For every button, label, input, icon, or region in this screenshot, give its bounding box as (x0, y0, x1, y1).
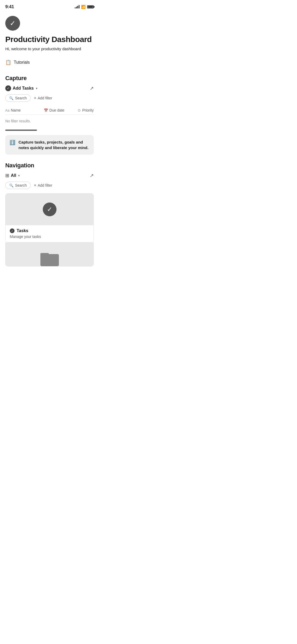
navigation-search-bar: 🔍 Search + Add filter (5, 182, 94, 189)
wifi-icon: 📶 (81, 5, 86, 9)
navigation-add-filter-plus-icon: + (34, 183, 36, 188)
navigation-expand-icon[interactable]: ↗ (90, 173, 94, 178)
grid-icon: ⊞ (5, 173, 9, 178)
tasks-card-image: ✓ (6, 194, 93, 225)
navigation-section: Navigation ⊞ All ▾ ↗ 🔍 Search + Add filt… (5, 162, 94, 266)
all-dropdown-button[interactable]: ⊞ All ▾ (5, 173, 20, 178)
tasks-card-body: ✓ Tasks Manage your tasks (6, 225, 93, 242)
tasks-card-title-icon: ✓ (10, 228, 15, 233)
welcome-text: Hi, welcome to your productivity dashboa… (5, 47, 94, 51)
tutorials-label: Tutorials (14, 60, 30, 65)
navigation-section-title: Navigation (5, 162, 94, 169)
col-priority: ⊙ Priority (70, 108, 94, 112)
page-title: Productivity Dashboard (5, 35, 94, 44)
no-filter-results: No filter results. (5, 117, 94, 127)
navigation-add-filter-label: Add filter (38, 183, 52, 187)
tutorials-row[interactable]: 📋 Tutorials (5, 58, 94, 66)
battery-icon (87, 5, 94, 8)
navigation-add-filter-button[interactable]: + Add filter (34, 183, 52, 188)
signal-icon (75, 5, 79, 8)
capture-search-pill[interactable]: 🔍 Search (5, 94, 31, 102)
status-time: 9:41 (5, 4, 14, 10)
col-priority-icon: ⊙ (78, 108, 81, 112)
folder-shape (40, 250, 59, 266)
capture-expand-icon[interactable]: ↗ (90, 85, 94, 91)
app-logo: ✓ (5, 16, 20, 31)
capture-section-title: Capture (5, 75, 94, 82)
capture-info-text: Capture tasks, projects, goals and notes… (18, 139, 89, 150)
navigation-search-pill[interactable]: 🔍 Search (5, 182, 31, 189)
capture-add-filter-label: Add filter (38, 96, 52, 100)
col-name-text: Name (11, 108, 21, 112)
all-chevron-icon: ▾ (18, 174, 20, 177)
col-name-icon: Aa (5, 108, 10, 112)
capture-search-icon: 🔍 (9, 96, 13, 100)
capture-section: Capture ✓ Add Tasks ▾ ↗ 🔍 Search + Add f… (5, 75, 94, 155)
tasks-card-title-row: ✓ Tasks (10, 228, 89, 233)
tasks-card-title: Tasks (17, 228, 28, 233)
tasks-card-subtitle: Manage your tasks (10, 234, 41, 239)
folder-tab (40, 253, 49, 257)
col-due-date-icon: 📅 (44, 108, 48, 112)
capture-info-banner: ℹ️ Capture tasks, projects, goals and no… (5, 135, 94, 155)
capture-table-header: Aa Name 📅 Due date ⊙ Priority (5, 106, 94, 115)
navigation-search-icon: 🔍 (9, 183, 13, 187)
checkmark-logo-icon: ✓ (10, 20, 16, 27)
tutorials-icon: 📋 (5, 59, 11, 65)
folder-icon-container (6, 242, 93, 266)
navigation-search-label: Search (15, 183, 27, 187)
col-priority-text: Priority (82, 108, 94, 112)
info-icon: ℹ️ (10, 140, 15, 145)
capture-add-filter-button[interactable]: + Add filter (34, 96, 52, 100)
tasks-card-check-icon: ✓ (43, 203, 56, 216)
status-icons: 📶 (75, 5, 94, 9)
scroll-indicator (5, 130, 37, 131)
status-bar: 9:41 📶 (0, 0, 99, 12)
col-name: Aa Name (5, 108, 38, 112)
projects-nav-card[interactable] (5, 242, 94, 266)
navigation-header-row: ⊞ All ▾ ↗ (5, 173, 94, 178)
add-tasks-label: Add Tasks (13, 86, 34, 91)
capture-search-label: Search (15, 96, 27, 100)
col-due-date: 📅 Due date (38, 108, 70, 112)
projects-card-image (6, 242, 93, 266)
add-tasks-chevron-icon: ▾ (36, 87, 37, 90)
col-due-date-text: Due date (49, 108, 64, 112)
capture-header-row: ✓ Add Tasks ▾ ↗ (5, 85, 94, 91)
all-label: All (11, 173, 16, 178)
add-tasks-check-icon: ✓ (5, 85, 11, 91)
capture-add-filter-plus-icon: + (34, 96, 36, 100)
add-tasks-button[interactable]: ✓ Add Tasks ▾ (5, 85, 37, 91)
tasks-nav-card[interactable]: ✓ ✓ Tasks Manage your tasks (5, 193, 94, 242)
capture-search-bar: 🔍 Search + Add filter (5, 94, 94, 102)
